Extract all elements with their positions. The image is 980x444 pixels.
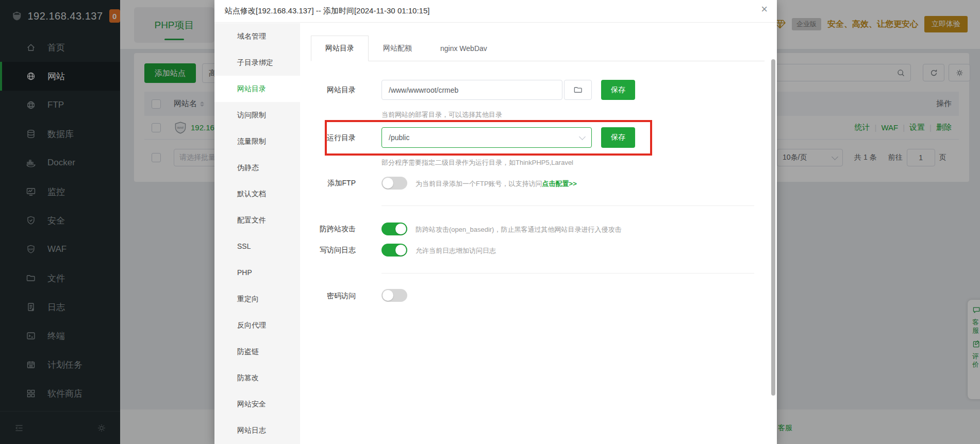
toggle-knob (383, 178, 393, 189)
add-ftp-label: 添加FTP (278, 179, 356, 188)
run-dir-value: /public (389, 133, 409, 142)
site-dir-label: 网站目录 (278, 86, 356, 95)
modal-menu-anti-leech[interactable]: 防盗链 (214, 338, 300, 365)
bt-panel-screen: 192.168.43.137 0 首页 网站 FTP 数据库 Docke (0, 0, 980, 444)
password-access-label: 密码访问 (278, 292, 356, 301)
add-ftp-toggle[interactable] (381, 177, 407, 190)
modal-menu-tamper-proof[interactable]: 防篡改 (214, 365, 300, 391)
site-dir-save-button[interactable]: 保存 (601, 80, 635, 100)
section-divider (381, 273, 754, 274)
modal-menu-domain[interactable]: 域名管理 (214, 23, 300, 49)
toggle-knob (383, 290, 393, 301)
site-dir-input[interactable]: /www/wwwroot/crmeb (381, 80, 562, 100)
access-log-hint: 允许当前日志增加访问日志 (416, 246, 496, 255)
cross-site-label: 防跨站攻击 (278, 225, 356, 234)
cross-site-hint: 防跨站攻击(open_basedir)，防止黑客通过其他网站目录进行入侵攻击 (416, 225, 621, 234)
site-edit-modal: 站点修改[192.168.43.137] -- 添加时间[2024-11-30 … (214, 0, 777, 444)
site-dir-hint: 当前网站的部署目录，可以选择其他目录 (381, 110, 502, 119)
chevron-down-icon (579, 133, 586, 140)
modal-menu-access-limit[interactable]: 访问限制 (214, 102, 300, 128)
access-log-label: 写访问日志 (278, 246, 356, 255)
tab-nginx-webdav[interactable]: nginx WebDav (440, 36, 487, 61)
modal-menu-rewrite[interactable]: 伪静态 (214, 155, 300, 181)
modal-title-bar: 站点修改[192.168.43.137] -- 添加时间[2024-11-30 … (214, 0, 777, 23)
modal-menu-site-log[interactable]: 网站日志 (214, 417, 300, 443)
modal-menu-php[interactable]: PHP (214, 260, 300, 286)
modal-menu-site-security[interactable]: 网站安全 (214, 391, 300, 417)
run-dir-select[interactable]: /public (381, 127, 592, 148)
run-dir-label: 运行目录 (278, 133, 356, 143)
run-dir-hint: 部分程序需要指定二级目录作为运行目录，如ThinkPHP5,Laravel (381, 158, 573, 167)
cross-site-toggle[interactable] (381, 223, 407, 235)
ftp-config-link[interactable]: 点击配置>> (542, 180, 577, 187)
close-icon[interactable]: × (761, 4, 768, 15)
modal-title: 站点修改[192.168.43.137] -- 添加时间[2024-11-30 … (225, 6, 429, 16)
add-ftp-hint-text: 为当前目录添加一个FTP账号，以支持访问 (416, 180, 542, 187)
modal-menu-reverse-proxy[interactable]: 反向代理 (214, 312, 300, 338)
section-divider (381, 206, 754, 206)
access-log-toggle[interactable] (381, 244, 407, 257)
tab-site-directory[interactable]: 网站目录 (311, 36, 369, 61)
modal-menu-subdir[interactable]: 子目录绑定 (214, 49, 300, 76)
toggle-knob (395, 224, 406, 234)
password-access-toggle[interactable] (381, 289, 407, 302)
tab-divider-line (311, 61, 765, 61)
add-ftp-hint: 为当前目录添加一个FTP账号，以支持访问点击配置>> (416, 179, 577, 189)
run-dir-save-button[interactable]: 保存 (601, 127, 635, 148)
folder-icon (573, 85, 583, 95)
browse-folder-button[interactable] (564, 80, 592, 100)
toggle-knob (395, 245, 406, 255)
modal-scrollbar-thumb[interactable] (771, 59, 775, 396)
tab-site-quota[interactable]: 网站配额 (383, 36, 412, 61)
